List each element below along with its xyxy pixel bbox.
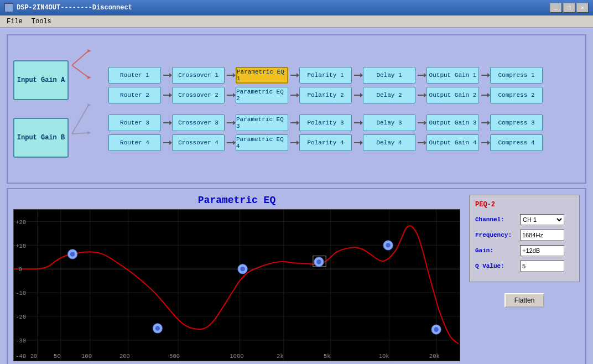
svg-marker-6 xyxy=(87,103,91,107)
parametric-eq-1[interactable]: Parametric EQ 1 xyxy=(236,67,288,84)
svg-text:-10: -10 xyxy=(15,290,26,297)
arrow-1c xyxy=(290,75,297,76)
output-gain-2[interactable]: Output Gain 2 xyxy=(426,87,479,103)
input-gain-b[interactable]: Input Gain B xyxy=(13,118,69,158)
svg-text:10k: 10k xyxy=(379,353,389,360)
eq-graph[interactable]: +20 +10 0 -10 -20 -30 -40 20 50 100 200 … xyxy=(13,209,460,361)
router-2[interactable]: Router 2 xyxy=(108,87,161,103)
svg-point-25 xyxy=(70,252,75,257)
chain-row-2: Router 2 Crossover 2 Parametric EQ 2 Pol… xyxy=(108,87,543,103)
crossover-2[interactable]: Crossover 2 xyxy=(172,87,225,103)
svg-line-3 xyxy=(72,133,89,134)
q-row: Q Value: xyxy=(475,261,574,272)
compress-4[interactable]: Compress 4 xyxy=(490,134,543,151)
arrow-2f xyxy=(481,95,488,96)
arrow-4b xyxy=(227,142,233,143)
svg-text:100: 100 xyxy=(81,353,92,360)
crossover-4[interactable]: Crossover 4 xyxy=(172,134,225,151)
q-label: Q Value: xyxy=(475,263,517,269)
input-gain-a[interactable]: Input Gain A xyxy=(13,60,69,100)
svg-text:+10: +10 xyxy=(15,243,26,249)
crossover-3[interactable]: Crossover 3 xyxy=(172,115,225,131)
router-1[interactable]: Router 1 xyxy=(108,67,161,84)
svg-text:50: 50 xyxy=(54,353,61,360)
svg-point-36 xyxy=(434,327,438,332)
arrow-4f xyxy=(481,142,488,143)
svg-line-0 xyxy=(72,51,89,65)
output-gain-1[interactable]: Output Gain 1 xyxy=(426,67,479,84)
arrow-2d xyxy=(354,95,361,96)
app-icon xyxy=(4,3,13,12)
arrow-4a xyxy=(163,142,170,143)
peq-panel: PEQ-2 Channel: CH 1 CH 2 CH 3 CH 4 Frequ… xyxy=(469,195,580,282)
svg-point-29 xyxy=(240,267,245,272)
svg-marker-7 xyxy=(87,131,91,134)
svg-marker-5 xyxy=(87,76,91,79)
arrow-2e xyxy=(418,95,424,96)
q-input[interactable] xyxy=(520,261,564,272)
svg-text:-30: -30 xyxy=(15,337,26,344)
routing-panel: Input Gain A Input Gain B Router 1 xyxy=(7,34,586,184)
frequency-input[interactable] xyxy=(520,230,564,241)
polarity-4[interactable]: Polarity 4 xyxy=(299,134,352,151)
svg-text:200: 200 xyxy=(119,353,130,360)
minimize-button[interactable]: _ xyxy=(550,3,562,13)
menu-tools[interactable]: Tools xyxy=(27,17,56,27)
arrow-4c xyxy=(290,142,297,143)
svg-text:20k: 20k xyxy=(429,353,440,360)
arrow-3e xyxy=(418,122,424,123)
svg-line-1 xyxy=(72,65,89,77)
svg-point-32 xyxy=(316,259,321,264)
eq-title: Parametric EQ xyxy=(13,195,460,206)
delay-1[interactable]: Delay 1 xyxy=(363,67,415,84)
polarity-1[interactable]: Polarity 1 xyxy=(299,67,352,84)
compress-2[interactable]: Compress 2 xyxy=(490,87,543,103)
delay-3[interactable]: Delay 3 xyxy=(363,115,415,131)
crossover-1[interactable]: Crossover 1 xyxy=(172,67,225,84)
close-button[interactable]: ✕ xyxy=(576,3,589,13)
delay-2[interactable]: Delay 2 xyxy=(363,87,415,103)
maximize-button[interactable]: □ xyxy=(563,3,575,13)
channel-label: Channel: xyxy=(475,216,517,223)
delay-4[interactable]: Delay 4 xyxy=(363,134,415,151)
channel-row: Channel: CH 1 CH 2 CH 3 CH 4 xyxy=(475,214,574,225)
svg-text:+20: +20 xyxy=(15,219,26,226)
compress-1[interactable]: Compress 1 xyxy=(490,67,543,84)
router-4[interactable]: Router 4 xyxy=(108,134,161,151)
frequency-row: Frequency: xyxy=(475,230,574,241)
gain-input[interactable] xyxy=(520,245,564,256)
routing-connectors xyxy=(72,45,105,173)
arrow-3f xyxy=(481,122,488,123)
channel-select[interactable]: CH 1 CH 2 CH 3 CH 4 xyxy=(520,214,564,225)
svg-text:500: 500 xyxy=(169,353,180,360)
arrow-3c xyxy=(290,122,297,123)
chain-row-1: Router 1 Crossover 1 Parametric EQ 1 Pol… xyxy=(108,67,543,84)
parametric-eq-4[interactable]: Parametric EQ 4 xyxy=(236,134,288,151)
peq-panel-title: PEQ-2 xyxy=(475,201,574,209)
gain-row: Gain: xyxy=(475,245,574,256)
svg-text:0: 0 xyxy=(18,266,22,273)
eq-curve-svg: +20 +10 0 -10 -20 -30 -40 20 50 100 200 … xyxy=(14,210,460,361)
input-gains-column: Input Gain A Input Gain B xyxy=(13,60,69,158)
polarity-3[interactable]: Polarity 3 xyxy=(299,115,352,131)
compress-3[interactable]: Compress 3 xyxy=(490,115,543,131)
svg-text:1000: 1000 xyxy=(230,353,243,360)
parametric-eq-2[interactable]: Parametric EQ 2 xyxy=(236,87,288,103)
arrow-4e xyxy=(418,142,424,143)
title-bar: DSP-2IN4OUT--------Disconnect _ □ ✕ xyxy=(0,0,593,15)
svg-line-2 xyxy=(72,105,89,134)
svg-text:-40: -40 xyxy=(15,353,26,360)
polarity-2[interactable]: Polarity 2 xyxy=(299,87,352,103)
output-gain-3[interactable]: Output Gain 3 xyxy=(426,115,479,131)
eq-graph-section: Parametric EQ xyxy=(13,195,460,361)
arrow-2c xyxy=(290,95,297,96)
router-3[interactable]: Router 3 xyxy=(108,115,161,131)
output-gain-4[interactable]: Output Gain 4 xyxy=(426,134,479,151)
parametric-eq-3[interactable]: Parametric EQ 3 xyxy=(236,115,288,131)
menu-file[interactable]: File xyxy=(2,17,27,27)
arrow-1a xyxy=(163,75,170,76)
svg-point-34 xyxy=(386,243,390,248)
window-controls: _ □ ✕ xyxy=(550,3,589,13)
svg-text:20: 20 xyxy=(30,353,38,360)
flatten-button[interactable]: Flatten xyxy=(504,293,545,308)
